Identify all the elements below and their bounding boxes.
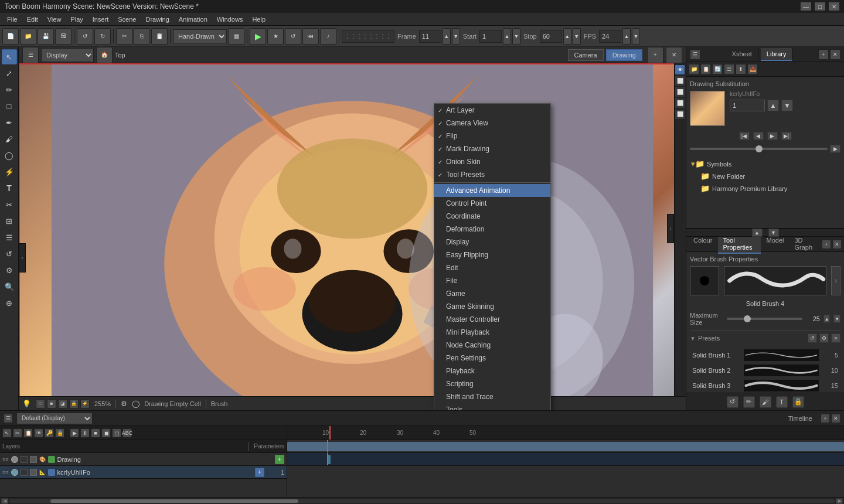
lt-btn-9[interactable]: ■: [91, 428, 100, 438]
fps-up[interactable]: ▲: [622, 28, 631, 45]
paste-btn[interactable]: 📋: [151, 28, 168, 45]
lib-item-new-folder[interactable]: 📁 New Folder: [689, 170, 842, 182]
lt-btn-1[interactable]: ↖: [2, 428, 12, 438]
scroll-right-btn[interactable]: ▶: [836, 498, 843, 504]
menu-help[interactable]: Help: [247, 15, 270, 24]
rt-close-btn[interactable]: ✕: [830, 49, 840, 60]
view-icon-btn-1[interactable]: ⬜: [675, 76, 685, 86]
preset-refresh[interactable]: ↺: [808, 333, 817, 343]
lt-btn-12[interactable]: ABC: [122, 428, 132, 438]
lt-btn-11[interactable]: ◻: [112, 428, 121, 438]
menu-onion-skin[interactable]: ✓Onion Skin: [434, 155, 550, 168]
sub-slider[interactable]: [690, 148, 828, 150]
tool-scissors[interactable]: ✂: [2, 197, 17, 212]
nav-left[interactable]: ◀: [753, 132, 764, 140]
menu-play[interactable]: Play: [66, 15, 87, 24]
home-icon[interactable]: 🏠: [96, 47, 113, 63]
canvas-area[interactable]: ☰ Display 🏠 Top Camera Drawing + ✕: [19, 47, 686, 410]
tp-foot-4[interactable]: T: [776, 396, 788, 408]
tl-close-btn[interactable]: ✕: [831, 414, 840, 423]
tool-contour[interactable]: ✏: [2, 82, 17, 97]
maximize-button[interactable]: □: [815, 2, 825, 11]
menu-advanced-animation[interactable]: Advanced Animation: [434, 184, 550, 197]
preset-item-3[interactable]: Solid Brush 3 15: [690, 378, 840, 393]
menu-tools[interactable]: Tools: [434, 403, 550, 410]
tool-brush[interactable]: 🖌: [2, 131, 17, 147]
menu-coordinate[interactable]: Coordinate: [434, 210, 550, 223]
menu-edit[interactable]: Edit: [22, 15, 43, 24]
lt-btn-8[interactable]: ⏸: [80, 428, 90, 438]
tool-camera[interactable]: ⚙: [2, 263, 17, 278]
open-btn[interactable]: 📁: [20, 28, 36, 45]
close-button[interactable]: ✕: [829, 2, 839, 11]
frame-down[interactable]: ▼: [452, 28, 460, 45]
frame-input[interactable]: [419, 30, 441, 43]
rt-tool-5[interactable]: ⬆: [736, 64, 746, 74]
bottom-display-dropdown[interactable]: Default (Display): [16, 413, 93, 424]
panel-scroll-down[interactable]: ▼: [768, 229, 779, 237]
tab-drawing[interactable]: Drawing: [606, 49, 642, 61]
preset-item-2[interactable]: Solid Brush 2 10: [690, 363, 840, 378]
drawing-mode-dropdown[interactable]: Hand-Drawn: [173, 29, 227, 43]
frame-up[interactable]: ▲: [443, 28, 451, 45]
mode-btn[interactable]: ▦: [228, 28, 244, 45]
layer-row-drawing[interactable]: ≡≡ 🎨 Drawing +: [0, 453, 287, 466]
lt-btn-10[interactable]: ◼: [101, 428, 111, 438]
tool-onion[interactable]: ☰: [2, 230, 17, 245]
tool-fill[interactable]: ⚡: [2, 164, 17, 179]
canvas-menu-btn[interactable]: ☰: [22, 47, 39, 63]
tp-foot-5[interactable]: 🔒: [792, 396, 804, 408]
tool-eraser[interactable]: ◯: [2, 148, 17, 163]
status-btn-5[interactable]: ⚡: [80, 399, 90, 408]
cut-btn[interactable]: ✂: [116, 28, 132, 45]
view-icon-btn-4[interactable]: ⬜: [675, 109, 685, 120]
lib-item-symbols[interactable]: ▾📁 Symbols: [689, 158, 842, 170]
tp-add-btn[interactable]: +: [822, 240, 831, 249]
fps-input[interactable]: [599, 30, 621, 43]
bottom-scrollbar[interactable]: ◀ ▶: [0, 497, 844, 504]
lt-btn-5[interactable]: 🔑: [45, 428, 54, 438]
start-down[interactable]: ▼: [512, 28, 520, 45]
tool-text[interactable]: T: [2, 181, 17, 196]
menu-art-layer[interactable]: ✓Art Layer: [434, 104, 550, 117]
status-btn-4[interactable]: 🔒: [69, 399, 79, 408]
stop-input[interactable]: [540, 30, 562, 43]
play-btn[interactable]: ▶: [250, 28, 266, 45]
menu-file[interactable]: File: [2, 15, 22, 24]
status-btn-3[interactable]: ◪: [58, 399, 67, 408]
tool-rotate[interactable]: ↺: [2, 246, 17, 261]
menu-master-controller[interactable]: Master Controller: [434, 313, 550, 326]
tp-close-btn[interactable]: ✕: [832, 240, 842, 249]
tab-xsheet[interactable]: Xsheet: [726, 48, 758, 61]
preset-item-1[interactable]: Solid Brush 1 5: [690, 348, 840, 363]
collapse-right-btn[interactable]: ›: [667, 214, 674, 243]
slider-right[interactable]: ▶: [830, 145, 840, 153]
tool-rect[interactable]: □: [2, 98, 17, 114]
canvas-close-btn[interactable]: ✕: [666, 47, 682, 63]
menu-game[interactable]: Game: [434, 287, 550, 300]
tool-grid[interactable]: ⊞: [2, 213, 17, 229]
tab-library[interactable]: Library: [761, 48, 793, 61]
lt-btn-7[interactable]: ▶: [70, 428, 79, 438]
title-bar-controls[interactable]: — □ ✕: [801, 2, 839, 11]
layer-add-1[interactable]: +: [275, 455, 284, 464]
rt-tool-4[interactable]: ☰: [724, 64, 734, 74]
max-size-up[interactable]: ▲: [823, 315, 831, 323]
menu-tool-presets[interactable]: ✓Tool Presets: [434, 168, 550, 181]
timeline-track-2[interactable]: [287, 453, 844, 466]
menu-scripting[interactable]: Scripting: [434, 377, 550, 390]
start-up[interactable]: ▲: [503, 28, 511, 45]
rt-add-btn[interactable]: +: [818, 49, 829, 60]
start-input[interactable]: [479, 30, 502, 43]
menu-drawing[interactable]: Drawing: [141, 15, 173, 24]
panel-scroll-up[interactable]: ▲: [752, 229, 763, 237]
bh-menu-btn[interactable]: ☰: [4, 414, 13, 423]
save-btn[interactable]: 💾: [38, 28, 54, 45]
bookmark-btn[interactable]: ★: [267, 28, 284, 45]
sub-value-input[interactable]: [730, 100, 765, 111]
sub-up-btn[interactable]: ▲: [767, 100, 779, 111]
tp-foot-1[interactable]: ↺: [727, 396, 738, 408]
tool-add[interactable]: ⊕: [2, 295, 17, 311]
menu-shift-and-trace[interactable]: Shift and Trace: [434, 390, 550, 403]
view-icon-btn-2[interactable]: ⬜: [675, 87, 685, 97]
